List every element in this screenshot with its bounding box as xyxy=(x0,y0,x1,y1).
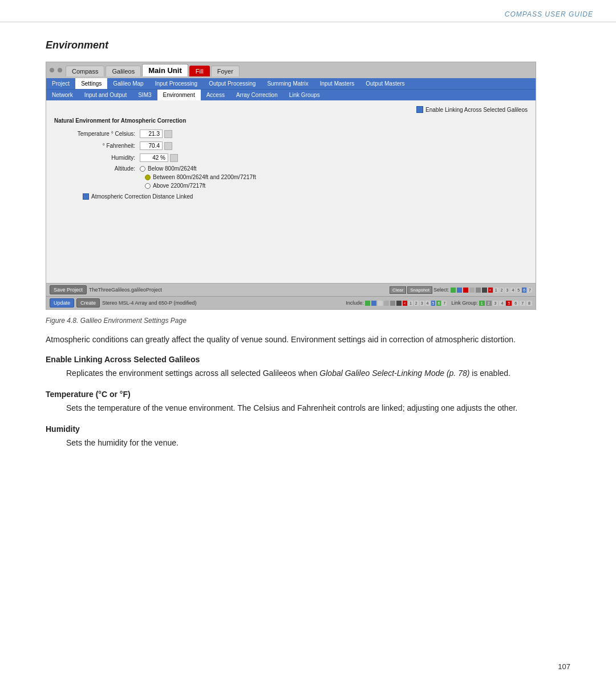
temp-celsius-btn[interactable] xyxy=(164,130,172,138)
altitude-row: Altitude: Below 800m/2624ft xyxy=(66,165,528,172)
nav-input-processing[interactable]: Input Processing xyxy=(149,78,204,89)
link-group-row: Link Group: 1 2 3 4 5 6 7 8 xyxy=(451,300,532,306)
subsection-body-1: Replicates the environment settings acro… xyxy=(46,367,570,379)
temp-celsius-input[interactable] xyxy=(140,129,163,138)
nav-galileo-map[interactable]: Galileo Map xyxy=(107,78,149,89)
main-content: Environment Compass Galileos Main Unit F… xyxy=(0,22,616,482)
status-right: Clear Snapshot Select: < 1 2 3 4 5 6 7 xyxy=(390,286,532,294)
lg-3: 3 xyxy=(420,301,424,306)
humidity-input[interactable] xyxy=(140,153,168,162)
enable-linking-checkbox[interactable] xyxy=(416,106,423,113)
atmos-correction-label: Atmospheric Correction Distance Linked xyxy=(91,193,193,200)
include-row: Include: < 1 2 3 4 5 6 7 xyxy=(346,300,447,306)
inc-b[interactable] xyxy=(371,301,376,306)
nav-access[interactable]: Access xyxy=(201,90,230,100)
num-4: 4 xyxy=(510,288,515,293)
select-f[interactable] xyxy=(482,288,487,293)
nav-network[interactable]: Network xyxy=(46,90,79,100)
subsection-temperature: Temperature (°C or °F) Sets the temperat… xyxy=(46,390,570,414)
altitude-row-3: Above 2200m/7217ft xyxy=(66,183,528,189)
altitude-text-3: Above 2200m/7217ft xyxy=(153,183,205,189)
nav-input-output[interactable]: Input and Output xyxy=(79,90,133,100)
lg-val-8: 8 xyxy=(526,301,532,306)
inc-arrow: < xyxy=(403,301,407,306)
nav-output-processing[interactable]: Output Processing xyxy=(203,78,261,89)
window-dot xyxy=(58,68,62,72)
num-box: < xyxy=(488,288,493,293)
nav-project[interactable]: Project xyxy=(46,78,75,89)
select-d[interactable] xyxy=(469,288,475,293)
lg-4: 4 xyxy=(425,301,430,306)
tab-main-unit[interactable]: Main Unit xyxy=(142,64,188,76)
nat-env-title: Natural Environment for Atmospheric Corr… xyxy=(54,118,528,124)
include-label: Include: xyxy=(346,300,364,306)
subsection-heading-1: Enable Linking Across Selected Galileos xyxy=(46,355,570,364)
subsection-enable-linking: Enable Linking Across Selected Galileos … xyxy=(46,355,570,379)
altitude-radio-3[interactable] xyxy=(145,183,151,189)
inc-f[interactable] xyxy=(396,301,402,306)
altitude-row-2: Between 800m/2624ft and 2200m/7217ft xyxy=(66,174,528,180)
lg-val-4: 4 xyxy=(499,301,505,306)
temp-fahrenheit-btn[interactable] xyxy=(164,142,172,150)
nav-link-groups[interactable]: Link Groups xyxy=(283,90,326,100)
select-c[interactable] xyxy=(463,288,468,293)
project-name: TheThreeGalileos.galileoProject xyxy=(89,287,387,293)
create-button[interactable]: Create xyxy=(76,298,100,307)
nav-environment[interactable]: Environment xyxy=(157,90,201,100)
lg-val-5: 5 xyxy=(506,301,512,306)
temp-fahrenheit-label: ° Fahrenheit: xyxy=(66,143,140,149)
nav-settings[interactable]: Settings xyxy=(75,78,107,89)
snapshot-button[interactable]: Snapshot xyxy=(407,286,432,294)
lg-val-1: 1 xyxy=(479,301,485,306)
lg-7: 7 xyxy=(442,301,447,306)
nav-summing-matrix[interactable]: Summing Matrix xyxy=(261,78,314,89)
humidity-btn[interactable] xyxy=(170,154,178,162)
body-text: Atmospheric conditions can greatly affec… xyxy=(46,334,570,346)
inc-d[interactable] xyxy=(384,301,389,306)
nav-row-2: Network Input and Output SIM3 Environmen… xyxy=(46,89,536,100)
inc-c[interactable] xyxy=(378,301,383,306)
num-7: 7 xyxy=(528,288,532,293)
status-bar-2: Update Create Stereo MSL-4 Array and 650… xyxy=(46,296,536,309)
inc-e[interactable] xyxy=(390,301,395,306)
select-label: Select: xyxy=(433,287,449,293)
altitude-text-2: Between 800m/2624ft and 2200m/7217ft xyxy=(153,174,256,180)
subsection-heading-2: Temperature (°C or °F) xyxy=(46,390,570,399)
tab-compass[interactable]: Compass xyxy=(66,66,104,76)
update-button[interactable]: Update xyxy=(50,298,74,307)
atmos-correction-row: Atmospheric Correction Distance Linked xyxy=(54,193,528,200)
select-a[interactable] xyxy=(451,288,456,293)
humidity-row: Humidity: xyxy=(54,153,528,162)
nav-input-masters[interactable]: Input Masters xyxy=(314,78,360,89)
nav-sim3[interactable]: SIM3 xyxy=(132,90,157,100)
select-e[interactable] xyxy=(476,288,481,293)
temp-celsius-row: Temperature ° Celsius: xyxy=(54,129,528,138)
enable-linking-label[interactable]: Enable Linking Across Selected Galileos xyxy=(416,106,528,113)
altitude-radio-1[interactable] xyxy=(140,166,145,172)
temp-fahrenheit-input[interactable] xyxy=(140,141,163,150)
tab-foyer[interactable]: Foyer xyxy=(211,66,240,76)
select-b[interactable] xyxy=(457,288,462,293)
page-header: COMPASS USER GUIDE xyxy=(0,0,616,22)
clear-button[interactable]: Clear xyxy=(390,286,406,294)
environment-content: Enable Linking Across Selected Galileos … xyxy=(46,100,536,283)
atmos-correction-checkbox[interactable] xyxy=(83,193,89,200)
figure-caption: Figure 4.8. Galileo Environment Settings… xyxy=(46,317,570,325)
inc-a[interactable] xyxy=(365,301,370,306)
altitude-text-1: Below 800m/2624ft xyxy=(148,165,197,172)
nav-output-masters[interactable]: Output Masters xyxy=(360,78,410,89)
tab-bar: Compass Galileos Main Unit Fill Foyer xyxy=(66,64,240,76)
tab-fill[interactable]: Fill xyxy=(189,66,210,76)
altitude-radio-2[interactable] xyxy=(145,175,151,180)
lg-5: 5 xyxy=(431,301,436,306)
num-5: 5 xyxy=(516,288,521,293)
subsection-body-italic-1: Global Galileo Select-Linking Mode (p. 7… xyxy=(319,369,469,378)
tab-galileos[interactable]: Galileos xyxy=(106,66,141,76)
screenshot-box: Compass Galileos Main Unit Fill Foyer Pr… xyxy=(46,62,536,310)
save-project-button[interactable]: Save Project xyxy=(50,285,87,294)
page-number: 107 xyxy=(558,662,570,671)
section-heading: Environment xyxy=(46,39,570,51)
guide-title: COMPASS USER GUIDE xyxy=(505,10,593,18)
nav-array-correction[interactable]: Array Correction xyxy=(230,90,283,100)
num-6: 6 xyxy=(522,288,526,293)
